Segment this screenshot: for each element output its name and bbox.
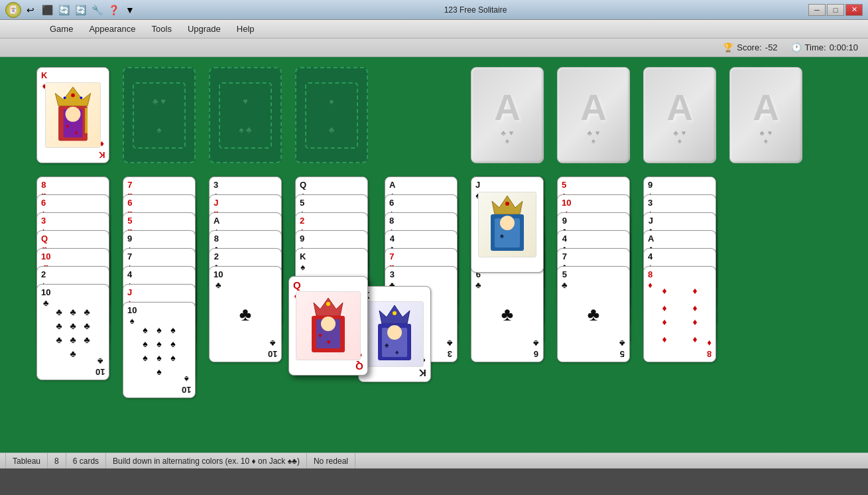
score-value: -52	[765, 42, 778, 52]
menu-upgrade[interactable]: Upgrade	[181, 22, 227, 36]
svg-point-14	[326, 302, 330, 306]
col4-queen-hearts[interactable]: Q♥ Q♥ ♥ ♥	[288, 276, 368, 376]
foundation-2[interactable]: A ♣♥ ♠	[557, 67, 630, 163]
clock-icon: 🕐	[791, 42, 802, 52]
foundation-3[interactable]: A ♣♥ ♠	[643, 67, 716, 163]
col3-card-10c-bottom[interactable]: 10♣ 10♣ ♣	[209, 266, 282, 362]
titlebar-toolbar: 🃏 ↩ ⬛ 🔄 🔄 🔧 ❓ ▼	[5, 2, 137, 18]
svg-point-4	[71, 93, 75, 97]
svg-point-27	[500, 216, 515, 230]
toolbar-icon-7[interactable]: ▼	[123, 3, 137, 17]
svg-point-21	[393, 311, 397, 315]
score-display: 🏆 Score: -52	[723, 42, 777, 52]
svg-text:♦: ♦	[75, 128, 78, 135]
king-spades-illustration: ♠ ♠	[369, 303, 420, 366]
stock-placeholder-4[interactable]: ♠ ♣	[295, 67, 368, 163]
king-illustration: ♦ ♦	[46, 82, 100, 148]
status-cards-text: 6 cards	[73, 457, 99, 466]
svg-rect-7	[85, 107, 88, 133]
status-columns: 8	[48, 453, 66, 468]
col2-card-10s[interactable]: 10♠ 10♠ ♠♠♠ ♠♠♠ ♠♠♠ ♠	[123, 302, 196, 398]
toolbar-icon-6[interactable]: ❓	[106, 3, 121, 17]
svg-marker-10	[314, 298, 343, 316]
toolbar-icon-5[interactable]: 🔧	[90, 3, 104, 17]
svg-point-5	[64, 96, 66, 99]
window-title: 123 Free Solitaire	[143, 5, 808, 15]
maximize-button[interactable]: □	[827, 4, 844, 16]
foundation-1[interactable]: A ♣♥ ♠	[471, 67, 544, 163]
foundation-4[interactable]: A ♣♥ ♠	[729, 67, 802, 163]
col6-jack-face[interactable]: J♠ ♠	[471, 177, 544, 273]
scorebar: 🏆 Score: -52 🕐 Time: 0:00:10	[0, 38, 868, 57]
status-type: Tableau	[5, 453, 48, 468]
toolbar-icon-3[interactable]: 🔄	[56, 3, 71, 17]
col7-card-5c[interactable]: 5♣ 5♣ ♣	[557, 266, 630, 362]
time-display: 🕐 Time: 0:00:10	[791, 42, 858, 52]
toolbar-icon-4[interactable]: 🔄	[73, 3, 88, 17]
queen-illustration: ♥ ♥	[302, 295, 355, 358]
status-rule-text: Build down in alternating colors (ex. 10…	[113, 457, 300, 466]
game-area[interactable]: ♣ ♥ ♠ ♣ ♣ ♥ ♠ ♥ ♠ ♣ ♠ ♣ K♦ K♦	[0, 57, 868, 453]
col1-card-10c[interactable]: 10♣ 10♣ ♣♣♣ ♣♣♣ ♣♣♣ ♣	[36, 284, 109, 380]
app-icon: 🃏	[5, 2, 21, 18]
svg-text:♠: ♠	[500, 232, 504, 240]
svg-point-13	[321, 317, 336, 331]
svg-point-6	[80, 96, 82, 99]
menubar: Game Appearance Tools Upgrade Help	[0, 20, 868, 38]
svg-text:♠: ♠	[385, 340, 389, 350]
score-label: Score:	[737, 42, 762, 52]
svg-text:♥: ♥	[318, 332, 322, 339]
window-controls: ─ □ ✕	[808, 4, 863, 16]
stock-placeholder-3[interactable]: ♥ ♠ ♣	[209, 67, 282, 163]
minimize-button[interactable]: ─	[808, 4, 826, 16]
col4-king-spades-face[interactable]: K♠ K♠ ♠ ♠	[358, 286, 431, 382]
svg-text:♦: ♦	[66, 122, 70, 129]
menu-appearance[interactable]: Appearance	[82, 22, 142, 36]
menu-help[interactable]: Help	[230, 22, 261, 36]
close-button[interactable]: ✕	[845, 4, 863, 16]
menu-game[interactable]: Game	[43, 22, 80, 36]
status-type-text: Tableau	[13, 457, 40, 466]
col8-card-8d[interactable]: 8♦ 8♦ ♦♦ ♦♦ ♦♦ ♦♦	[643, 266, 716, 362]
status-rule: Build down in alternating colors (ex. 10…	[106, 453, 307, 468]
status-redeal-text: No redeal	[314, 457, 348, 466]
statusbar: Tableau 8 6 cards Build down in alternat…	[0, 453, 868, 468]
menu-tools[interactable]: Tools	[145, 22, 178, 36]
status-redeal: No redeal	[307, 453, 355, 468]
svg-point-3	[66, 106, 81, 121]
score-icon: 🏆	[723, 42, 733, 52]
king-diamonds-card[interactable]: K♦ K♦ ♦ ♦	[36, 67, 109, 163]
toolbar-icon-2[interactable]: ⬛	[40, 3, 54, 17]
col6-card-6c[interactable]: 6♣ 6♣ ♣	[471, 266, 544, 362]
svg-point-20	[387, 325, 402, 340]
svg-text:♠: ♠	[395, 348, 399, 356]
time-value: 0:00:10	[830, 42, 858, 52]
status-columns-text: 8	[54, 457, 59, 466]
stock-placeholder-2[interactable]: ♣ ♥ ♠	[123, 67, 196, 163]
svg-point-28	[505, 202, 509, 206]
toolbar-icon-1[interactable]: ↩	[23, 3, 38, 17]
svg-text:♥: ♥	[327, 338, 331, 346]
status-cards: 6 cards	[66, 453, 106, 468]
time-label: Time:	[805, 42, 826, 52]
jack-illustration: ♠	[481, 193, 533, 256]
titlebar: 🃏 ↩ ⬛ 🔄 🔄 🔧 ❓ ▼ 123 Free Solitaire ─ □ ✕	[0, 0, 868, 20]
